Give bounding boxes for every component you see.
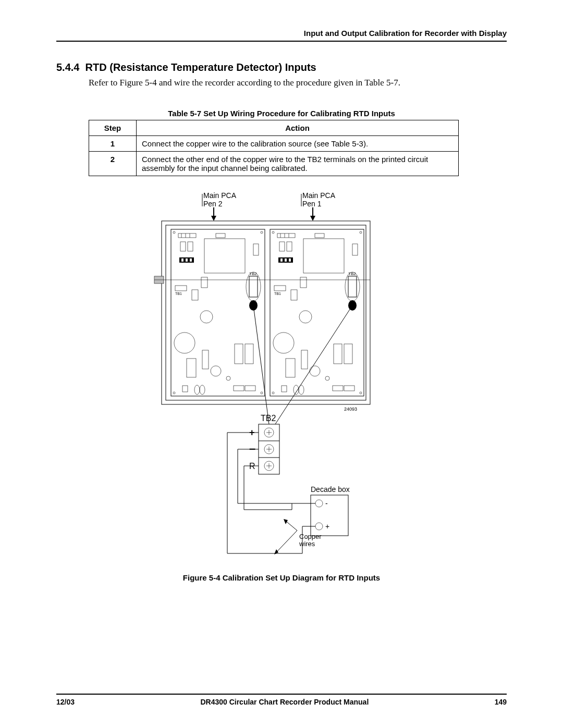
svg-rect-31 <box>186 258 188 262</box>
svg-rect-71 <box>289 258 291 262</box>
svg-point-79 <box>273 332 294 353</box>
svg-rect-26 <box>188 242 193 251</box>
svg-point-45 <box>211 366 221 376</box>
svg-rect-34 <box>249 276 258 297</box>
section-intro: Refer to Figure 5-4 and wire the recorde… <box>89 78 507 88</box>
svg-point-109 <box>315 523 323 530</box>
svg-point-48 <box>194 385 200 394</box>
svg-rect-80 <box>286 359 295 377</box>
tb2-title: TB2 <box>261 414 276 423</box>
footer-title: DR4300 Circular Chart Recorder Product M… <box>200 698 369 706</box>
step-number: 2 <box>89 152 137 176</box>
svg-point-87 <box>293 385 299 394</box>
svg-line-112 <box>275 530 297 553</box>
svg-text:TB2: TB2 <box>249 272 257 276</box>
table-row: 2 Connect the other end of the copper wi… <box>89 152 459 176</box>
svg-point-108 <box>315 500 323 507</box>
svg-text:Main PCA: Main PCA <box>302 191 336 200</box>
svg-rect-32 <box>190 258 192 262</box>
svg-text:Copper: Copper <box>299 533 322 540</box>
svg-rect-69 <box>280 258 283 262</box>
svg-rect-25 <box>180 242 186 251</box>
svg-point-78 <box>299 311 312 323</box>
wiring-procedure-table: Step Action 1 Connect the copper wire to… <box>89 120 459 176</box>
svg-rect-50 <box>234 386 244 391</box>
svg-rect-15 <box>171 229 265 396</box>
svg-rect-89 <box>333 386 343 391</box>
svg-rect-67 <box>352 244 358 255</box>
drawing-number: 24093 <box>344 406 357 412</box>
running-header: Input and Output Calibration for Recorde… <box>56 29 507 42</box>
svg-point-18 <box>173 392 175 394</box>
svg-rect-11 <box>166 225 366 400</box>
step-action: Connect the copper wire to the calibrati… <box>137 136 459 152</box>
svg-rect-44 <box>245 344 253 364</box>
svg-text:Main PCA: Main PCA <box>203 191 237 200</box>
svg-rect-63 <box>315 233 324 238</box>
tb2-minus: – <box>249 442 255 455</box>
svg-rect-64 <box>279 242 285 251</box>
svg-rect-70 <box>285 258 287 262</box>
svg-rect-81 <box>301 350 308 369</box>
svg-point-40 <box>174 332 195 353</box>
step-number: 1 <box>89 136 137 152</box>
wiring-diagram-svg: Main PCA Pen 2 Main PCA Pen 1 <box>136 189 427 564</box>
svg-point-85 <box>325 376 329 380</box>
svg-rect-75 <box>274 286 286 291</box>
svg-marker-4 <box>211 216 216 221</box>
svg-rect-73 <box>348 276 357 297</box>
page-footer: 12/03 DR4300 Circular Chart Recorder Pro… <box>56 694 507 706</box>
svg-rect-41 <box>187 359 196 377</box>
svg-point-56 <box>360 231 362 233</box>
svg-rect-90 <box>344 386 354 391</box>
svg-point-39 <box>200 311 213 323</box>
svg-rect-65 <box>287 242 292 251</box>
svg-rect-30 <box>181 258 183 262</box>
table-row: 1 Connect the copper wire to the calibra… <box>89 136 459 152</box>
svg-rect-54 <box>270 229 364 396</box>
svg-text:TB1: TB1 <box>274 292 281 295</box>
svg-rect-82 <box>334 344 342 364</box>
svg-line-93 <box>253 305 269 424</box>
step-action: Connect the other end of the copper wire… <box>137 152 459 176</box>
svg-rect-72 <box>300 277 307 288</box>
col-step-header: Step <box>89 120 137 136</box>
svg-rect-42 <box>202 350 209 369</box>
figure-caption: Figure 5-4 Calibration Set Up Diagram fo… <box>56 573 507 582</box>
svg-point-84 <box>310 366 320 376</box>
svg-rect-83 <box>344 344 352 364</box>
svg-text:Pen 2: Pen 2 <box>203 200 223 208</box>
svg-rect-36 <box>175 286 187 291</box>
decade-minus: - <box>325 499 328 508</box>
col-action-header: Action <box>137 120 459 136</box>
svg-point-17 <box>261 231 263 233</box>
section-number: 5.4.4 <box>56 61 79 73</box>
footer-date: 12/03 <box>56 698 75 706</box>
svg-rect-86 <box>282 386 287 392</box>
svg-rect-27 <box>204 239 245 273</box>
svg-marker-111 <box>284 519 288 524</box>
figure-5-4: Main PCA Pen 2 Main PCA Pen 1 <box>56 189 507 582</box>
table-caption: Table 5-7 Set Up Wiring Procedure for Ca… <box>56 109 507 118</box>
pca-left-l1: Main PCA <box>203 191 237 200</box>
svg-text:TB2: TB2 <box>348 272 356 276</box>
pca-left-l2: Pen 2 <box>203 200 223 208</box>
decade-box-label: Decade box <box>311 485 350 493</box>
svg-point-46 <box>226 376 230 380</box>
section-title: RTD (Resistance Temperature Detector) In… <box>85 61 316 73</box>
section-heading: 5.4.4 RTD (Resistance Temperature Detect… <box>56 61 507 73</box>
svg-rect-43 <box>235 344 243 364</box>
svg-rect-38 <box>192 290 198 300</box>
svg-rect-59 <box>277 233 295 238</box>
decade-plus: + <box>325 522 329 530</box>
svg-rect-33 <box>201 277 207 288</box>
svg-rect-51 <box>245 386 255 391</box>
svg-rect-47 <box>182 386 188 392</box>
svg-line-94 <box>275 305 352 424</box>
svg-point-55 <box>272 231 274 233</box>
svg-text:wires: wires <box>299 540 315 548</box>
svg-text:Pen 1: Pen 1 <box>302 200 322 208</box>
svg-point-16 <box>173 231 175 233</box>
svg-marker-9 <box>310 216 315 221</box>
svg-point-49 <box>200 385 205 394</box>
